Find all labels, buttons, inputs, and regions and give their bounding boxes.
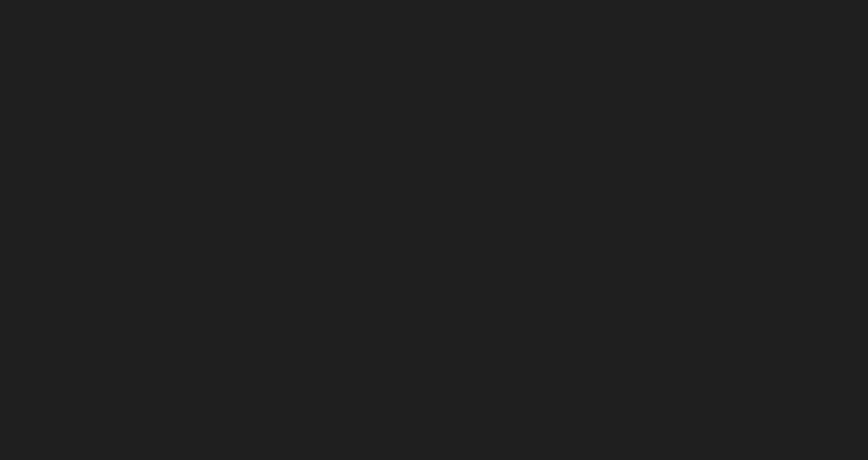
code-editor[interactable]: [0, 0, 868, 460]
